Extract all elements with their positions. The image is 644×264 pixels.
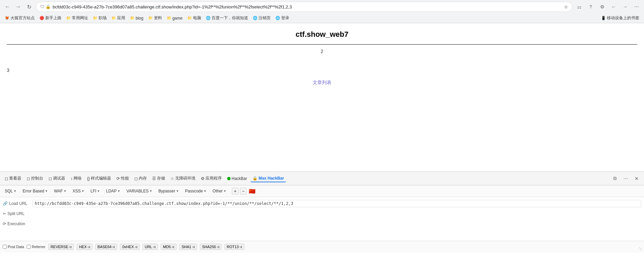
accessibility-icon: ☆ (170, 176, 174, 181)
bookmark-blog[interactable]: 📁 blog (128, 15, 145, 21)
split-url-label[interactable]: Split URL (7, 211, 25, 216)
hackbar-ldap[interactable]: LDAP ▼ (104, 188, 122, 194)
ldap-label: LDAP (106, 189, 116, 193)
globe-icon-3: 🌐 (275, 16, 280, 20)
minus-button[interactable]: − (240, 188, 247, 194)
devtools-application[interactable]: ⚙ 应用程序 (199, 175, 224, 182)
max-hackbar-label: Max HackBar (259, 176, 284, 181)
sql-label: SQL (5, 189, 13, 193)
bookmark-label: 移动设备上的书签 (607, 15, 639, 21)
devtools-performance[interactable]: ⟳ 性能 (114, 175, 131, 182)
waf-label: WAF (54, 189, 63, 193)
devtools-max-hackbar[interactable]: 🔒 Max HackBar (250, 175, 286, 182)
oxhex-button[interactable]: 0xHEX ⇉ (120, 244, 139, 250)
lfi-arrow: ▼ (97, 189, 100, 193)
hackbar-sql[interactable]: SQL ▼ (3, 188, 19, 194)
debugger-icon: ◻ (49, 176, 52, 181)
hackbar-passcode[interactable]: Passcode ▼ (183, 188, 209, 194)
bookmark-label: 电脑 (193, 15, 201, 21)
devtools-network[interactable]: ↕ 网络 (69, 175, 84, 182)
hackbar-variables[interactable]: VARIABLES ▼ (125, 188, 155, 194)
passcode-arrow: ▼ (204, 189, 207, 193)
hex-button[interactable]: HEX ⇉ (77, 244, 92, 250)
bookmark-mobile[interactable]: 📱 移动设备上的书签 (599, 15, 641, 22)
hackbar-waf[interactable]: WAF ▼ (52, 188, 69, 194)
settings-button[interactable]: ⚙ (597, 2, 607, 11)
bookmark-common[interactable]: 📁 常用网址 (64, 15, 90, 22)
page-content: ctf.show_web7 2 3 文章列表 (0, 23, 644, 171)
sha1-button[interactable]: SHA1 ⇉ (179, 244, 197, 250)
hackbar-error-based[interactable]: Error Based ▼ (21, 188, 50, 194)
bookmark-logout[interactable]: 🌐 注销页 (251, 15, 273, 22)
application-label: 应用程序 (206, 176, 222, 181)
rot13-arrow: ⇉ (239, 245, 242, 249)
devtools-accessibility[interactable]: ☆ 无障碍环境 (168, 175, 197, 182)
rot13-label: ROT13 (227, 245, 239, 249)
devtools-debugger[interactable]: ◻ 调试器 (47, 175, 67, 182)
devtools-close-button[interactable]: ✕ (632, 174, 641, 183)
resize-handle[interactable]: ⤡ (639, 246, 643, 251)
folder-icon-6: 📁 (167, 16, 171, 20)
address-bar-container[interactable]: 🛡 🔒 bcfdd03c-c949-435e-a27b-7ce396d07a85… (36, 2, 572, 12)
red-dot-icon: 🔴 (39, 16, 44, 20)
md5-button[interactable]: MD5 ⇉ (161, 244, 177, 250)
rot13-button[interactable]: ROT13 ⇉ (224, 244, 244, 250)
bookmark-star-icon[interactable]: ☆ (564, 4, 568, 9)
lock-icon: 🔒 (46, 4, 51, 9)
execution-label[interactable]: Execution (7, 221, 25, 226)
base64-button[interactable]: BASE64 ⇉ (95, 244, 117, 250)
article-list-link[interactable]: 文章列表 (7, 80, 637, 86)
bookmark-pc[interactable]: 📁 电脑 (185, 15, 203, 22)
bookmark-label: 职场 (99, 15, 107, 21)
devtools-more-button[interactable]: ⋯ (621, 174, 630, 183)
load-url-input[interactable] (32, 200, 641, 207)
back-btn2[interactable]: ← (609, 2, 618, 11)
hackbar-other[interactable]: Other ▼ (211, 188, 229, 194)
devtools-hackbar[interactable]: HackBar (225, 175, 249, 182)
flag-icon: 🇨🇳 (249, 188, 256, 194)
bookmark-login[interactable]: 🌐 登录 (273, 15, 291, 22)
reload-button[interactable]: ↻ (24, 2, 34, 11)
hackbar-body: 🔗 Load URL ✂ Split URL ⟳ Execution (0, 197, 644, 241)
referrer-check[interactable]: Referrer (27, 245, 45, 249)
hackbar-bypasser[interactable]: Bypasser ▼ (156, 188, 181, 194)
profile-button[interactable]: ? (586, 2, 595, 11)
referrer-checkbox[interactable] (27, 245, 31, 249)
browser-toolbar: ← → ↻ 🛡 🔒 bcfdd03c-c949-435e-a27b-7ce396… (0, 0, 644, 14)
reverse-button[interactable]: REVERSE ⇉ (48, 244, 74, 250)
devtools-style-editor[interactable]: {} 样式编辑器 (85, 175, 113, 182)
hex-label: HEX (79, 245, 87, 249)
post-data-label: Post Data (8, 245, 24, 249)
hackbar-lfi[interactable]: LFI ▼ (88, 188, 102, 194)
devtools-dock-button[interactable]: ⧉ (610, 174, 620, 183)
bookmark-baidu[interactable]: 🌐 百度一下，你就知道 (204, 15, 250, 22)
plus-button[interactable]: + (232, 188, 239, 194)
bookmark-label: 资料 (154, 15, 162, 21)
url-arrow: ⇉ (153, 245, 156, 249)
page-number-1: 2 (7, 49, 637, 54)
more-button[interactable]: ⋯ (632, 2, 641, 11)
devtools-storage[interactable]: ☰ 存储 (150, 175, 167, 182)
devtools-console[interactable]: ◻ 控制台 (25, 175, 45, 182)
bookmark-workplace[interactable]: 📁 职场 (91, 15, 109, 22)
back-button[interactable]: ← (3, 2, 12, 11)
bookmark-firefox[interactable]: 🦊 火狐官方站点 (3, 15, 37, 22)
sha256-button[interactable]: SHA256 ⇉ (200, 244, 222, 250)
split-url-label-container: ✂ Split URL (3, 211, 30, 216)
extensions-button[interactable]: ⚏ (574, 2, 584, 11)
forward-button[interactable]: → (14, 2, 23, 11)
bookmark-apps[interactable]: 📁 应用 (109, 15, 127, 22)
devtools-inspector[interactable]: ◻ 查看器 (3, 175, 23, 182)
load-url-label[interactable]: Load URL (9, 201, 27, 206)
bookmark-game[interactable]: 📁 game (165, 15, 185, 21)
bookmark-newuser[interactable]: 🔴 新手上路 (37, 15, 63, 22)
shield-icon: 🛡 (40, 4, 44, 9)
post-data-check[interactable]: Post Data (3, 245, 24, 249)
hackbar-xss[interactable]: XSS ▼ (71, 188, 86, 194)
post-data-checkbox[interactable] (3, 245, 7, 249)
devtools-memory[interactable]: ◻ 内存 (132, 175, 149, 182)
bookmark-data[interactable]: 📁 资料 (146, 15, 164, 22)
url-button[interactable]: URL ⇉ (142, 244, 158, 250)
sha1-arrow: ⇉ (192, 245, 195, 249)
forward-btn2[interactable]: → (620, 2, 630, 11)
